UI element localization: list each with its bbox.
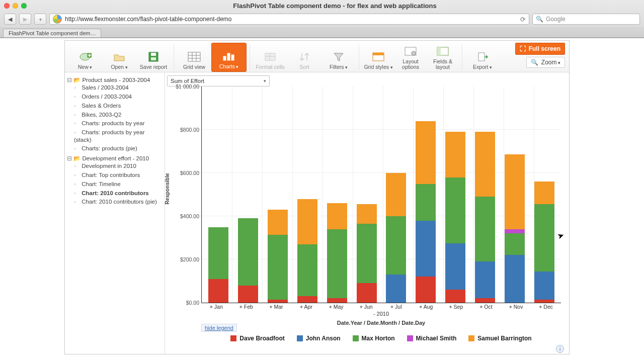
new-button[interactable]: New	[68, 43, 102, 72]
search-field[interactable]: 🔍 Google	[532, 14, 640, 25]
url-field[interactable]: http://www.flexmonster.com/flash-pivot-t…	[49, 14, 529, 25]
zoom-button[interactable]: 🔍 Zoom	[526, 57, 565, 68]
bar-segment[interactable]	[416, 121, 436, 184]
bar-segment[interactable]	[475, 132, 495, 197]
browser-tab[interactable]: FlashPivot Table component dem…	[3, 29, 101, 37]
bar-segment[interactable]	[416, 221, 436, 277]
bar-segment[interactable]	[475, 298, 495, 303]
bar-column[interactable]	[233, 86, 263, 303]
bar-segment[interactable]	[357, 224, 377, 283]
bar-segment[interactable]	[386, 216, 406, 275]
x-tick[interactable]: + Oct	[471, 304, 501, 310]
bar-segment[interactable]	[357, 283, 377, 303]
window-controls[interactable]	[4, 3, 27, 9]
bar-segment[interactable]	[505, 255, 525, 303]
bar-segment[interactable]	[534, 182, 554, 204]
tree-item[interactable]: ▫ Chart: Timeline	[74, 179, 163, 189]
bar-segment[interactable]	[475, 261, 495, 298]
open-button[interactable]: Open	[102, 43, 136, 72]
tree-item[interactable]: ▫ Sales & Orders	[74, 101, 163, 110]
bar-segment[interactable]	[208, 279, 228, 303]
tree-folder-product-sales[interactable]: 📂 Product sales - 2003-2004 ▫ Sales / 20…	[67, 75, 163, 154]
bar-segment[interactable]	[327, 298, 347, 303]
maximize-icon[interactable]	[21, 3, 27, 9]
tree-item[interactable]: ▫ Development in 2010	[74, 162, 163, 171]
bar-segment[interactable]	[445, 290, 465, 303]
bar-segment[interactable]	[297, 244, 317, 296]
x-tick[interactable]: + Jan	[201, 304, 231, 310]
minimize-icon[interactable]	[13, 3, 18, 9]
bar-segment[interactable]	[445, 132, 465, 177]
bar-segment[interactable]	[238, 286, 258, 303]
x-tick[interactable]: + Apr	[291, 304, 321, 310]
bar-segment[interactable]	[357, 204, 377, 224]
bar-segment[interactable]	[475, 197, 495, 261]
bar-segment[interactable]	[297, 199, 317, 244]
bar-segment[interactable]	[268, 235, 288, 300]
bar-segment[interactable]	[268, 210, 288, 234]
gridstyles-button[interactable]: Grid styles	[362, 43, 394, 72]
x-tick[interactable]: + Mar	[261, 304, 291, 310]
bar-segment[interactable]	[416, 184, 436, 221]
bar-segment[interactable]	[297, 296, 317, 303]
x-axis-group[interactable]: - 2010	[201, 311, 561, 317]
legend-item[interactable]: Dave Broadfoot	[230, 335, 284, 342]
bar-segment[interactable]	[327, 229, 347, 299]
bar-segment[interactable]	[534, 300, 554, 303]
bar-column[interactable]	[529, 86, 559, 303]
bar-segment[interactable]	[208, 227, 228, 279]
bar-column[interactable]	[411, 86, 441, 303]
bar-segment[interactable]	[505, 233, 525, 255]
bar-column[interactable]	[441, 86, 470, 303]
tree-item[interactable]: ▫ Bikes, 2003-Q2	[74, 110, 163, 119]
add-button[interactable]: ＋	[34, 14, 46, 25]
x-tick[interactable]: + May	[321, 304, 351, 310]
bar-column[interactable]	[322, 86, 352, 303]
x-tick[interactable]: + Jun	[351, 304, 381, 310]
bar-column[interactable]	[500, 86, 529, 303]
bar-column[interactable]	[263, 86, 293, 303]
legend-item[interactable]: Samuel Barrington	[468, 335, 531, 342]
tree-item[interactable]: ▫ Charts: products (pie)	[74, 144, 163, 153]
bar-segment[interactable]	[268, 300, 288, 303]
legend-item[interactable]: John Anson	[297, 335, 341, 342]
tree-item[interactable]: ▫ Charts: products by year	[74, 119, 163, 128]
bar-segment[interactable]	[445, 177, 465, 243]
info-icon[interactable]: i	[556, 345, 564, 353]
bar-segment[interactable]	[445, 243, 465, 290]
report-tree[interactable]: 📂 Product sales - 2003-2004 ▫ Sales / 20…	[65, 72, 165, 354]
hide-legend-link[interactable]: hide legend	[201, 324, 237, 332]
bar-segment[interactable]	[386, 275, 406, 303]
bar-column[interactable]	[352, 86, 381, 303]
bar-column[interactable]	[204, 86, 233, 303]
x-tick[interactable]: + Nov	[501, 304, 531, 310]
tree-folder-dev-effort[interactable]: 📂 Development effort - 2010 ▫ Developmen…	[67, 154, 163, 207]
bar-column[interactable]	[292, 86, 322, 303]
gridview-button[interactable]: Grid view	[177, 43, 211, 72]
bar-segment[interactable]	[416, 277, 436, 303]
bar-segment[interactable]	[386, 173, 406, 216]
forward-button[interactable]: ▶	[19, 14, 31, 25]
x-tick[interactable]: + Aug	[411, 304, 441, 310]
tree-item[interactable]: ▫ Sales / 2003-2004	[74, 83, 163, 93]
bar-segment[interactable]	[238, 218, 258, 285]
bar-segment[interactable]	[505, 154, 525, 229]
chart-plot[interactable]	[201, 86, 561, 303]
bar-segment[interactable]	[505, 229, 525, 234]
bar-segment[interactable]	[534, 272, 554, 300]
tree-item[interactable]: ▫ Charts: products by year (stack)	[74, 128, 163, 144]
fields-button[interactable]: Fields & layout	[427, 43, 459, 72]
tree-item[interactable]: ▫ Chart: Top contributors	[74, 171, 163, 180]
x-tick[interactable]: + Sep	[441, 304, 471, 310]
x-tick[interactable]: + Dec	[531, 304, 561, 310]
legend-item[interactable]: Michael Smith	[407, 335, 457, 342]
x-tick[interactable]: + Jul	[381, 304, 411, 310]
legend-item[interactable]: Max Horton	[353, 335, 395, 342]
bar-segment[interactable]	[327, 203, 347, 229]
bar-column[interactable]	[381, 86, 411, 303]
tree-item[interactable]: ▫ Chart: 2010 contributors	[74, 189, 163, 198]
layoutopts-button[interactable]: Layout options	[394, 43, 427, 72]
close-icon[interactable]	[4, 3, 10, 9]
export-button[interactable]: Export	[465, 43, 500, 72]
back-button[interactable]: ◀	[4, 14, 16, 25]
